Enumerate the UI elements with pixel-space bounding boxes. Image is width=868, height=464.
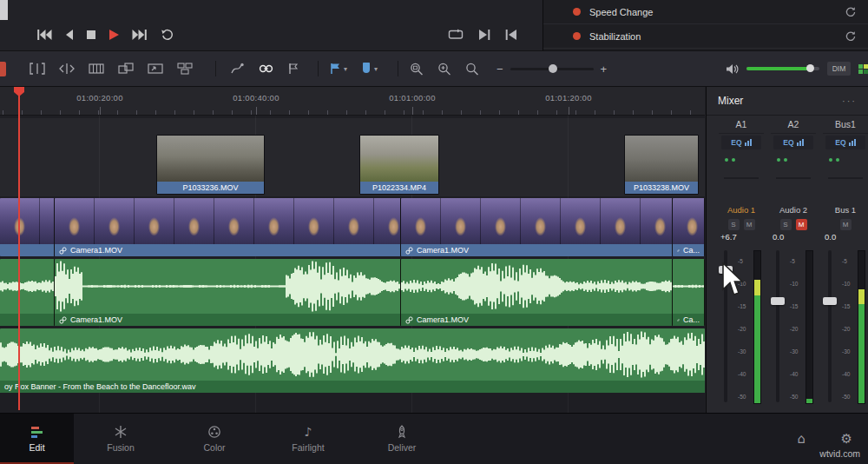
timeline[interactable]: 01:00:20:00 01:00:40:00 01:01:00:00 01:0… bbox=[0, 87, 705, 413]
reset-button[interactable] bbox=[845, 6, 856, 17]
custom-zoom-button[interactable] bbox=[458, 51, 486, 86]
video-thumbnail bbox=[561, 198, 601, 244]
clip-name: P1033236.MOV bbox=[182, 183, 238, 192]
inspector-item-speed-change[interactable]: Speed Change bbox=[543, 0, 868, 24]
marker-button[interactable]: ▾ bbox=[354, 51, 385, 86]
video-clip-v2[interactable]: P1022334.MP4 bbox=[359, 135, 439, 195]
video-thumbnail bbox=[135, 198, 174, 244]
audio-clip-a1[interactable]: Camera1.MOV bbox=[55, 259, 401, 326]
page-tab-color[interactable]: Color bbox=[168, 414, 261, 464]
mixer-options-button[interactable]: ··· bbox=[842, 96, 857, 106]
page-tab-fusion[interactable]: Fusion bbox=[74, 414, 168, 464]
monitor-volume-slider[interactable] bbox=[746, 67, 819, 70]
flag-marker-button[interactable]: ▾ bbox=[323, 51, 354, 86]
mute-button[interactable]: M bbox=[840, 219, 852, 230]
meter-display-toggle[interactable] bbox=[858, 64, 868, 74]
dynamic-trim-button[interactable] bbox=[52, 51, 82, 86]
fader-handle[interactable] bbox=[771, 297, 785, 305]
video-clip-v2[interactable]: P1033238.MOV bbox=[624, 135, 699, 195]
inspector-item-stabilization[interactable]: Stabilization bbox=[543, 24, 868, 49]
fader-db-value[interactable]: 0.0 bbox=[823, 232, 868, 245]
pan-control[interactable] bbox=[719, 151, 764, 203]
audio-clip-a1[interactable]: Ca... bbox=[673, 259, 705, 326]
reset-button[interactable] bbox=[845, 30, 856, 42]
video-clip-v1[interactable]: Camera1.MOV bbox=[401, 198, 673, 256]
fader-scale-label: -10 bbox=[738, 282, 746, 288]
zoom-in-icon[interactable]: + bbox=[601, 63, 608, 76]
page-tab-edit[interactable]: Edit bbox=[0, 414, 74, 464]
video-thumbnail bbox=[174, 198, 214, 244]
play-button[interactable] bbox=[108, 30, 119, 40]
link-icon bbox=[405, 247, 413, 255]
dim-button[interactable]: DIM bbox=[827, 62, 851, 76]
page-tab-fairlight[interactable]: ♪ Fairlight bbox=[261, 414, 355, 464]
overwrite-clip-button[interactable] bbox=[141, 51, 170, 86]
trim-in-out-button[interactable] bbox=[23, 51, 52, 86]
play-to-end-button[interactable] bbox=[478, 30, 490, 40]
playhead[interactable] bbox=[18, 87, 20, 410]
retime-curve-button[interactable] bbox=[224, 51, 252, 86]
first-clip-button[interactable] bbox=[36, 30, 52, 40]
audio-waveform bbox=[55, 259, 400, 314]
audio-clip-a2[interactable]: oy Rox Banner - From the Beach to the Da… bbox=[0, 328, 705, 393]
timeline-ruler[interactable]: 01:00:20:00 01:00:40:00 01:01:00:00 01:0… bbox=[0, 87, 705, 116]
replace-clip-button[interactable] bbox=[170, 51, 200, 86]
stop-button[interactable] bbox=[87, 30, 95, 39]
speaker-icon[interactable] bbox=[726, 63, 739, 75]
clip-name-bar bbox=[0, 314, 54, 326]
video-thumbnail bbox=[641, 198, 672, 244]
zoom-slider-knob[interactable] bbox=[549, 64, 557, 73]
linked-selection-button[interactable] bbox=[252, 51, 280, 86]
video-clip-v2[interactable]: P1033236.MOV bbox=[156, 135, 265, 195]
channel-id: A1 bbox=[719, 116, 764, 134]
eq-button[interactable]: EQ bbox=[825, 136, 865, 149]
mute-button[interactable]: M bbox=[796, 219, 807, 230]
full-extent-zoom-button[interactable] bbox=[403, 51, 431, 86]
video-clip-v1[interactable]: Camera1.MOV bbox=[55, 198, 401, 256]
pan-control[interactable] bbox=[823, 151, 868, 203]
timecode-label: 01:00:40:00 bbox=[233, 93, 279, 103]
eq-button[interactable]: EQ bbox=[721, 136, 761, 149]
insert-clip-button[interactable] bbox=[111, 51, 141, 86]
top-bar bbox=[0, 0, 542, 50]
mute-button[interactable]: M bbox=[744, 219, 755, 230]
home-button[interactable]: ⌂ bbox=[797, 431, 806, 447]
edit-toolbar: ▾ ▾ bbox=[0, 50, 868, 87]
pan-dot bbox=[784, 158, 787, 162]
zoom-out-icon[interactable]: − bbox=[496, 63, 503, 76]
fader-scale-label: -50 bbox=[738, 394, 746, 401]
position-lock-button[interactable] bbox=[280, 51, 306, 86]
eq-button[interactable]: EQ bbox=[773, 136, 813, 149]
solo-button[interactable]: S bbox=[728, 219, 740, 230]
fader-db-value[interactable]: +6.7 bbox=[719, 232, 764, 245]
fader-track[interactable] bbox=[828, 250, 832, 402]
fader-handle[interactable] bbox=[823, 297, 837, 305]
video-clip-v1[interactable] bbox=[0, 198, 55, 256]
solo-button[interactable]: S bbox=[780, 219, 792, 230]
fader-handle[interactable] bbox=[719, 266, 733, 274]
zoom-slider-track[interactable] bbox=[510, 68, 594, 70]
fader-track[interactable] bbox=[776, 250, 779, 402]
loop-range-button[interactable] bbox=[448, 29, 464, 40]
pan-control[interactable] bbox=[771, 151, 816, 203]
loop-playback-button[interactable] bbox=[161, 29, 174, 41]
detail-zoom-button[interactable] bbox=[431, 51, 458, 86]
first-frame-button[interactable] bbox=[505, 30, 517, 40]
audio-clip-a1[interactable]: Camera1.MOV bbox=[401, 259, 673, 326]
razor-edit-button[interactable] bbox=[82, 51, 111, 86]
page-tab-deliver[interactable]: Deliver bbox=[355, 414, 449, 464]
fader-db-value[interactable]: 0.0 bbox=[771, 232, 816, 245]
settings-gear-button[interactable]: ⚙ bbox=[841, 431, 852, 447]
video-clip-v1[interactable]: Ca... bbox=[673, 198, 705, 256]
audio-clip-a1[interactable] bbox=[0, 259, 55, 326]
fader-area: -5-10-15-20-30-40-50 bbox=[823, 245, 868, 413]
page-label: Edit bbox=[29, 442, 44, 453]
next-clip-button[interactable] bbox=[132, 30, 148, 40]
clip-name: oy Rox Banner - From the Beach to the Da… bbox=[4, 382, 196, 391]
cut-off-tool-button[interactable] bbox=[0, 62, 6, 76]
video-thumbnail bbox=[0, 198, 40, 244]
clip-name: Ca... bbox=[683, 315, 700, 324]
step-back-button[interactable] bbox=[65, 30, 74, 40]
level-meter bbox=[858, 250, 865, 404]
volume-knob[interactable] bbox=[806, 64, 814, 72]
